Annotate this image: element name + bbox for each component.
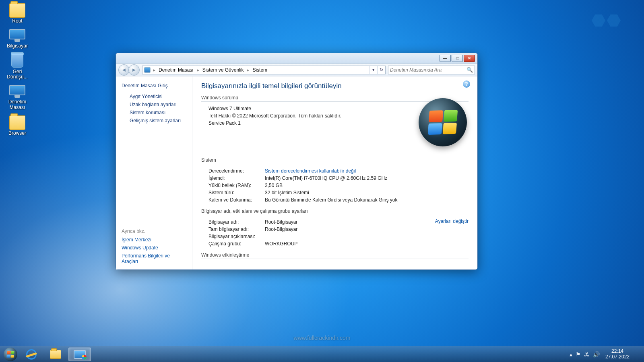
computer-icon — [144, 67, 151, 73]
control-panel-icon — [74, 350, 86, 359]
windows-logo — [419, 98, 467, 146]
show-desktop-button[interactable] — [637, 347, 642, 362]
folder-icon — [9, 3, 25, 18]
recycle-bin-icon — [11, 54, 23, 68]
address-bar[interactable]: ▸ Denetim Masası ▸ Sistem ve Güvenlik ▸ … — [142, 66, 386, 74]
pen-touch-value: Bu Görüntü Biriminde Kalem Girdisi veya … — [265, 197, 469, 203]
system-type-value: 32 bit İşletim Sistemi — [265, 190, 469, 195]
tray-network-icon[interactable]: 🖧 — [584, 351, 590, 358]
corner-decoration — [591, 14, 621, 28]
breadcrumb-separator: ▸ — [152, 67, 156, 73]
desktop-icon-recycle-bin[interactable]: Geri Dönüşü... — [2, 54, 32, 80]
taskbar-ie-button[interactable] — [20, 348, 43, 361]
icon-label: Bilgisayar — [2, 43, 32, 49]
maximize-button[interactable]: ▭ — [452, 55, 463, 62]
section-activation: Windows etkinleştirme — [201, 252, 469, 259]
icon-label: Geri Dönüşü... — [2, 69, 32, 80]
search-icon[interactable]: 🔍 — [466, 67, 473, 73]
sidebar: Denetim Masası Giriş Aygıt Yöneticisi Uz… — [116, 76, 192, 269]
desktop-icons: Root Bilgisayar Geri Dönüşü... Denetim M… — [2, 3, 32, 141]
close-button[interactable]: ✕ — [464, 55, 475, 62]
clock-time: 22:14 — [605, 349, 630, 354]
system-type-label: Sistem türü: — [208, 190, 265, 195]
desktop-icon-computer[interactable]: Bilgisayar — [2, 29, 32, 49]
address-dropdown-button[interactable]: ▾ — [369, 66, 377, 74]
ie-icon — [26, 349, 37, 360]
control-panel-home-link[interactable]: Denetim Masası Giriş — [116, 81, 192, 93]
tray-clock[interactable]: 22:14 27.07.2022 — [603, 349, 632, 359]
nav-forward-button[interactable]: ► — [128, 64, 140, 76]
tray-show-hidden-icon[interactable]: ▴ — [570, 351, 572, 358]
link-label: Gelişmiş sistem ayarları — [130, 118, 181, 123]
processor-value: Intel(R) Core(TM) i7-6700HQ CPU @ 2.60GH… — [265, 175, 469, 181]
explorer-icon — [50, 350, 61, 359]
start-button[interactable] — [2, 346, 19, 362]
link-label: Uzak bağlantı ayarları — [130, 102, 177, 107]
desktop-icon-control-panel[interactable]: Denetim Masası — [2, 85, 32, 111]
see-also-action-center[interactable]: İşlem Merkezi — [116, 236, 192, 244]
nav-buttons: ◄ ► — [118, 64, 140, 76]
see-also-header: Ayrıca bkz. — [116, 227, 192, 236]
icon-label: Root — [2, 19, 32, 24]
search-input[interactable] — [390, 67, 466, 73]
breadcrumb-separator: ▸ — [246, 67, 250, 73]
computer-description-label: Bilgisayar açıklaması: — [208, 234, 265, 239]
full-computer-name-label: Tam bilgisayar adı: — [208, 226, 265, 232]
workgroup-label: Çalışma grubu: — [208, 241, 265, 247]
workgroup-value: WORKGROUP — [265, 241, 469, 247]
icon-label: Denetim Masası — [2, 99, 32, 111]
minimize-button[interactable]: — — [440, 55, 451, 62]
see-also-performance[interactable]: Performans Bilgileri ve Araçları — [116, 252, 192, 265]
rating-label: Derecelendirme: — [208, 168, 265, 174]
computer-name-label: Bilgisayar adı: — [208, 219, 265, 225]
processor-label: İşlemci: — [208, 175, 265, 181]
link-label: Sistem koruması — [130, 110, 165, 115]
computer-description-value — [265, 234, 469, 239]
see-also-windows-update[interactable]: Windows Update — [116, 244, 192, 252]
watermark-text: www.fullcrackindir.com — [0, 335, 644, 341]
taskbar-control-panel-button[interactable] — [68, 348, 91, 361]
content-pane: ? Bilgisayarınızla ilgili temel bilgiler… — [192, 76, 477, 269]
icon-label: Browser — [2, 131, 32, 136]
rating-link[interactable]: Sistem derecelendirmesi kullanılabilir d… — [265, 168, 469, 174]
window-titlebar[interactable]: — ▭ ✕ — [116, 53, 477, 64]
full-computer-name-value: Root-Bilgisayar — [265, 226, 469, 232]
sidebar-link-device-manager[interactable]: Aygıt Yöneticisi — [116, 93, 192, 101]
system-properties-window: — ▭ ✕ ◄ ► ▸ Denetim Masası ▸ Sistem ve G… — [116, 53, 478, 270]
tray-volume-icon[interactable]: 🔊 — [593, 351, 600, 358]
section-system: Sistem — [201, 157, 469, 164]
sidebar-link-advanced-settings[interactable]: Gelişmiş sistem ayarları — [116, 117, 192, 125]
desktop: Root Bilgisayar Geri Dönüşü... Denetim M… — [0, 0, 644, 362]
system-tray: ▴ ⚑ 🖧 🔊 22:14 27.07.2022 — [570, 347, 642, 362]
control-panel-icon — [9, 85, 25, 98]
page-title: Bilgisayarınızla ilgili temel bilgileri … — [201, 82, 469, 90]
pen-touch-label: Kalem ve Dokunma: — [208, 197, 265, 203]
refresh-button[interactable]: ↻ — [377, 66, 385, 74]
link-label: Aygıt Yöneticisi — [130, 94, 163, 99]
desktop-icon-browser[interactable]: Browser — [2, 115, 32, 136]
computer-icon — [9, 29, 25, 42]
breadcrumb-control-panel[interactable]: Denetim Masası — [156, 67, 196, 73]
ram-value: 3,50 GB — [265, 183, 469, 188]
search-box[interactable]: 🔍 — [388, 66, 475, 74]
change-settings-link[interactable]: Ayarları değiştir — [428, 218, 469, 224]
desktop-icon-root[interactable]: Root — [2, 3, 32, 24]
window-toolbar: ◄ ► ▸ Denetim Masası ▸ Sistem ve Güvenli… — [116, 64, 477, 76]
section-computer-name: Bilgisayar adı, etki alanı ve çalışma gr… — [201, 208, 469, 215]
sidebar-link-system-protection[interactable]: Sistem koruması — [116, 109, 192, 117]
breadcrumb-system-security[interactable]: Sistem ve Güvenlik — [200, 67, 246, 73]
clock-date: 27.07.2022 — [605, 354, 630, 360]
ram-label: Yüklü bellek (RAM): — [208, 183, 265, 188]
help-icon[interactable]: ? — [463, 80, 470, 88]
breadcrumb-system[interactable]: Sistem — [250, 67, 270, 73]
tray-flag-icon[interactable]: ⚑ — [576, 351, 581, 358]
sidebar-link-remote-settings[interactable]: Uzak bağlantı ayarları — [116, 101, 192, 109]
breadcrumb-separator: ▸ — [196, 67, 200, 73]
computer-name-value: Root-Bilgisayar — [265, 219, 428, 225]
taskbar-explorer-button[interactable] — [44, 348, 67, 361]
folder-icon — [9, 115, 25, 130]
taskbar: ▴ ⚑ 🖧 🔊 22:14 27.07.2022 — [0, 346, 644, 362]
nav-back-button[interactable]: ◄ — [118, 64, 130, 76]
change-settings-label: Ayarları değiştir — [435, 218, 469, 224]
